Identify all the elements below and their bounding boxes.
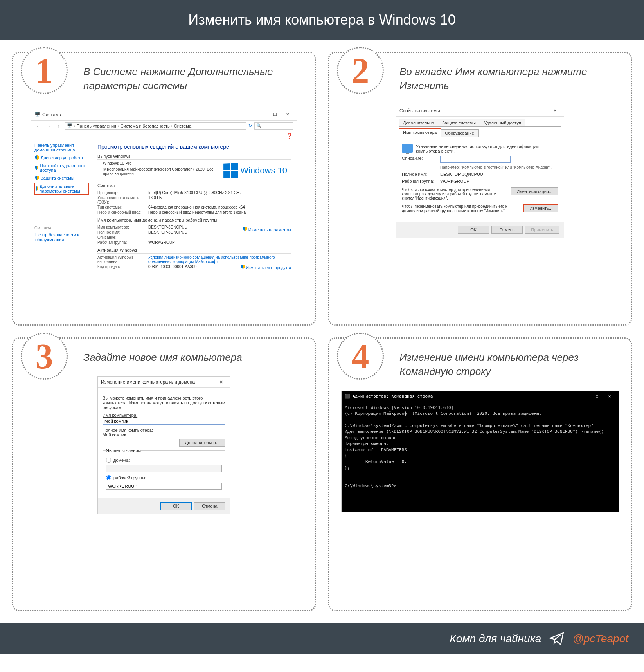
intro-text: Указанные ниже сведения используются для… <box>416 144 558 153</box>
help-icon[interactable]: ❓ <box>31 132 297 140</box>
breadcrumb[interactable]: 🖥️› Панель управления› Система и безопас… <box>65 122 246 130</box>
workgroup-radio[interactable] <box>106 475 111 480</box>
step-3-panel: 3 Задайте новое имя компьютера Изменение… <box>12 337 316 611</box>
window-title: Система <box>42 112 61 117</box>
monitor-icon <box>402 144 413 153</box>
sidebar-home-link[interactable]: Панель управления — домашняя страница <box>34 143 89 152</box>
shield-icon <box>35 176 39 180</box>
activation-section: Активация Windows <box>97 248 291 254</box>
identification-text: Чтобы использовать мастер для присоедине… <box>402 187 507 200</box>
shield-icon <box>243 227 247 231</box>
close-button[interactable]: ✕ <box>604 393 615 400</box>
sys-row-label: Перо и сенсорный ввод: <box>97 210 148 214</box>
maximize-button[interactable]: ☐ <box>269 111 281 119</box>
change-key-link[interactable]: Изменить ключ продукта <box>241 265 291 270</box>
sys-row-label: Полное имя: <box>97 230 148 234</box>
fullname-value: DESKTOP-3QNCPUU <box>440 172 558 177</box>
window-title: Администратор: Командная строка <box>353 394 433 399</box>
sys-row-label: Описание: <box>97 235 148 240</box>
minimize-button[interactable]: ─ <box>257 111 268 119</box>
window-titlebar: Изменение имени компьютера или домена ✕ <box>98 377 230 388</box>
tabs-row-1: Дополнительно Защита системы Удаленный д… <box>399 118 561 127</box>
shield-icon <box>36 186 38 191</box>
dialog-title: Свойства системы <box>399 108 440 114</box>
sidebar-security-center[interactable]: Центр безопасности и обслуживания <box>34 232 89 243</box>
change-params-link[interactable]: Изменить параметры <box>243 227 291 232</box>
tab-hardware[interactable]: Оборудование <box>441 129 479 137</box>
footer-brand: Комп для чайника <box>450 632 541 645</box>
workgroup-radio-label: рабочей группы: <box>113 476 146 480</box>
shield-icon <box>241 265 245 269</box>
member-of-group: Является членом домена: рабочей группы: <box>103 448 225 493</box>
system-properties-dialog: Свойства системы ✕ Дополнительно Защита … <box>396 105 564 238</box>
system-icon: 🖥️ <box>34 112 40 117</box>
window-titlebar: ⬛ Администратор: Командная строка ─ ☐ ✕ <box>342 391 619 402</box>
step-number-badge: 2 <box>337 47 384 94</box>
domain-input <box>106 465 222 472</box>
product-key-value: 00331-10000-00001-AA309 <box>148 265 196 270</box>
search-input[interactable]: 🔍 <box>254 122 293 130</box>
sys-row-label: Процессор: <box>97 191 148 195</box>
tab-remote[interactable]: Удаленный доступ <box>480 119 525 126</box>
steps-grid: 1 В Системе нажмите Дополнительные парам… <box>0 40 644 623</box>
step-2-panel: 2 Во вкладке Имя компьютера нажмите Изме… <box>328 52 632 326</box>
tab-advanced[interactable]: Дополнительно <box>399 119 438 126</box>
sys-row-label: Имя компьютера: <box>97 225 148 229</box>
sys-row-label: Установленная память (ОЗУ): <box>97 196 148 204</box>
page-footer: Комп для чайника @pcTeapot <box>0 623 644 654</box>
workgroup-input[interactable] <box>106 483 222 490</box>
sys-row-value: DESKTOP-3QNCPUU <box>148 225 243 229</box>
sys-row-value: WORKGROUP <box>148 240 291 245</box>
member-of-label: Является членом <box>106 448 141 453</box>
more-button[interactable]: Дополнительно... <box>179 439 225 447</box>
fullname-value: Мой компик <box>103 432 225 437</box>
shield-icon <box>35 166 38 170</box>
cmd-window: ⬛ Администратор: Командная строка ─ ☐ ✕ … <box>341 391 619 512</box>
cancel-button[interactable]: Отмена <box>194 502 225 510</box>
cancel-button[interactable]: Отмена <box>491 226 523 234</box>
sys-row-value: DESKTOP-3QNCPUU <box>148 230 243 234</box>
minimize-button[interactable]: ─ <box>579 393 590 400</box>
step-1-panel: 1 В Системе нажмите Дополнительные парам… <box>12 52 316 326</box>
sidebar-remote[interactable]: Настройка удаленного доступа <box>34 162 89 173</box>
fullname-label: Полное имя: <box>402 172 437 177</box>
cmd-icon: ⬛ <box>345 394 350 399</box>
close-button[interactable]: ✕ <box>549 107 561 115</box>
domain-radio-label: домена: <box>113 458 130 463</box>
ok-button[interactable]: OK <box>160 502 192 510</box>
workgroup-value: WORKGROUP <box>440 179 558 184</box>
back-button[interactable]: ← <box>34 122 42 130</box>
tab-computer-name[interactable]: Имя компьютера <box>399 128 441 137</box>
dialog-title: Изменение имени компьютера или домена <box>101 379 195 385</box>
sidebar-device-manager[interactable]: Диспетчер устройств <box>34 155 89 161</box>
page-title: Изменить имя компьютера в Windows 10 <box>0 0 644 40</box>
refresh-icon[interactable]: ↻ <box>248 123 252 128</box>
computer-name-input[interactable] <box>103 418 225 425</box>
sidebar-advanced-settings[interactable]: Дополнительные параметры системы <box>34 183 89 195</box>
step-3-title: Задайте новое имя компьютера <box>83 350 307 364</box>
up-button[interactable]: ↑ <box>55 122 63 130</box>
intro-text: Вы можете изменить имя и принадлежность … <box>103 396 225 410</box>
cmd-output: Microsoft Windows [Version 10.0.19041.63… <box>342 402 619 512</box>
maximize-button[interactable]: ☐ <box>591 393 603 400</box>
sidebar-protection[interactable]: Защита системы <box>34 175 89 181</box>
footer-handle[interactable]: @pcTeapot <box>572 632 628 645</box>
close-button[interactable]: ✕ <box>215 378 227 386</box>
identification-button[interactable]: Идентификация... <box>511 187 558 195</box>
ok-button[interactable]: OK <box>458 226 489 234</box>
sys-row-value: 16,0 ГБ <box>148 196 291 204</box>
change-button[interactable]: Изменить... <box>523 204 558 212</box>
change-text: Чтобы переименовать компьютер или присое… <box>402 204 520 213</box>
sidebar: Панель управления — домашняя страница Ди… <box>31 140 92 275</box>
domain-radio[interactable] <box>106 458 111 463</box>
license-link[interactable]: Условия лицензионного соглашения на испо… <box>148 255 291 264</box>
close-button[interactable]: ✕ <box>282 111 293 119</box>
sys-row-value: Перо и сенсорный ввод недоступны для это… <box>148 210 291 214</box>
sys-row-label: Рабочая группа: <box>97 240 148 245</box>
tab-protection[interactable]: Защита системы <box>438 119 480 126</box>
window-titlebar: Свойства системы ✕ <box>396 105 564 117</box>
apply-button[interactable]: Применить <box>525 226 559 234</box>
description-input[interactable] <box>440 156 511 163</box>
forward-button[interactable]: → <box>45 122 52 130</box>
step-4-title: Изменение имени компьютера через Командн… <box>399 350 623 379</box>
